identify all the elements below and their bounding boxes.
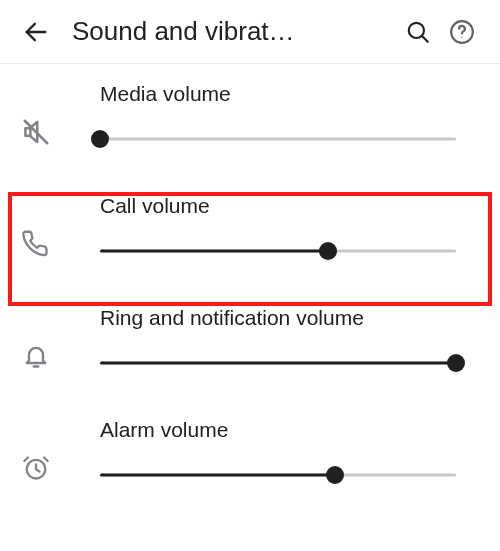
bell-icon xyxy=(20,340,52,372)
volume-label: Ring and notification volume xyxy=(100,306,500,330)
search-button[interactable] xyxy=(396,19,440,45)
volume-row-media: Media volume xyxy=(0,64,500,176)
slider-thumb[interactable] xyxy=(319,242,337,260)
volume-row-ring: Ring and notification volume xyxy=(0,288,500,400)
slider-thumb[interactable] xyxy=(326,466,344,484)
slider-thumb[interactable] xyxy=(91,130,109,148)
volume-label: Call volume xyxy=(100,194,500,218)
volume-row-call: Call volume xyxy=(0,176,500,288)
media-mute-icon xyxy=(20,116,52,148)
media-volume-slider[interactable] xyxy=(100,132,456,146)
page-title: Sound and vibrat… xyxy=(72,16,396,47)
volume-row-alarm: Alarm volume xyxy=(0,400,500,512)
app-bar: Sound and vibrat… xyxy=(0,0,500,64)
ring-volume-slider[interactable] xyxy=(100,356,456,370)
phone-icon xyxy=(20,228,52,260)
volume-label: Media volume xyxy=(100,82,500,106)
back-button[interactable] xyxy=(16,18,56,46)
arrow-left-icon xyxy=(22,18,50,46)
alarm-volume-slider[interactable] xyxy=(100,468,456,482)
search-icon xyxy=(405,19,431,45)
alarm-icon xyxy=(20,452,52,484)
svg-point-4 xyxy=(461,36,462,37)
slider-thumb[interactable] xyxy=(447,354,465,372)
call-volume-slider[interactable] xyxy=(100,244,456,258)
volume-label: Alarm volume xyxy=(100,418,500,442)
svg-line-2 xyxy=(422,35,428,41)
svg-line-9 xyxy=(44,458,48,462)
help-icon xyxy=(449,19,475,45)
help-button[interactable] xyxy=(440,19,484,45)
svg-line-8 xyxy=(24,458,28,462)
